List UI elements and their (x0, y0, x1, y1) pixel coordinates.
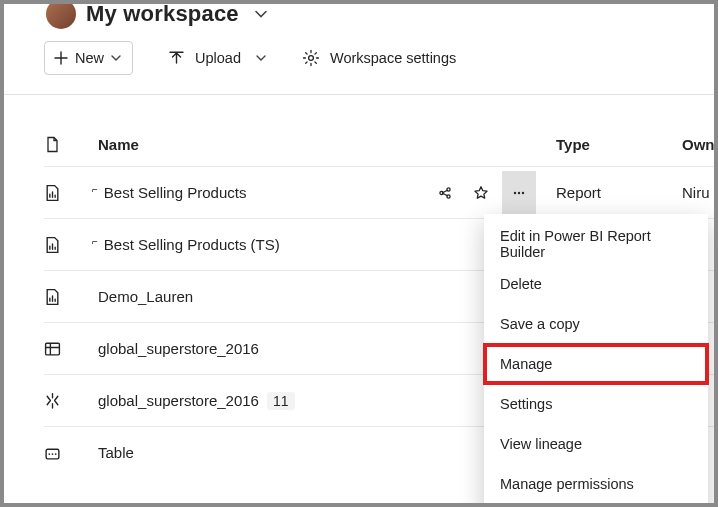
dataflow-icon (44, 392, 61, 409)
chevron-down-icon (110, 52, 122, 64)
item-name[interactable]: global_superstore_2016 (98, 340, 259, 357)
table-row[interactable]: ⌐Best Selling ProductsReportNiru (44, 166, 714, 218)
new-button-label: New (75, 50, 104, 66)
favorite-button[interactable] (466, 178, 496, 208)
type-cell: Report (536, 184, 682, 201)
menu-item-save-a-copy[interactable]: Save a copy (484, 304, 708, 344)
refresh-marker-icon: ⌐ (92, 236, 98, 247)
chevron-down-icon (255, 52, 267, 64)
upload-button[interactable]: Upload (168, 41, 267, 75)
item-name[interactable]: Table (98, 444, 134, 461)
menu-item-manage-permissions[interactable]: Manage permissions (484, 464, 708, 503)
gear-icon (302, 49, 320, 67)
share-button[interactable] (430, 178, 460, 208)
divider (4, 94, 714, 95)
new-button[interactable]: New (44, 41, 133, 75)
column-header-type[interactable]: Type (536, 136, 682, 153)
context-menu: Edit in Power BI Report BuilderDeleteSav… (484, 214, 708, 503)
item-name[interactable]: Best Selling Products (104, 184, 247, 201)
menu-item-view-lineage[interactable]: View lineage (484, 424, 708, 464)
count-chip: 11 (267, 392, 295, 410)
dataset-icon (44, 340, 61, 357)
item-name[interactable]: Best Selling Products (TS) (104, 236, 280, 253)
paginated-report-icon (44, 184, 61, 201)
workspace-settings-button[interactable]: Workspace settings (302, 41, 456, 75)
menu-item-delete[interactable]: Delete (484, 264, 708, 304)
column-header-owner[interactable]: Owner (682, 136, 714, 153)
upload-button-label: Upload (195, 50, 241, 66)
svg-point-0 (309, 56, 314, 61)
upload-icon (168, 50, 185, 67)
datamart-icon (44, 444, 61, 461)
more-options-button[interactable] (502, 171, 536, 215)
refresh-marker-icon: ⌐ (92, 184, 98, 195)
column-header-name[interactable]: Name (98, 136, 426, 153)
file-icon (44, 136, 61, 153)
workspace-avatar (46, 4, 76, 29)
owner-cell: Niru (682, 184, 714, 201)
paginated-report-icon (44, 236, 61, 253)
chevron-down-icon[interactable] (253, 6, 269, 22)
item-name[interactable]: Demo_Lauren (98, 288, 193, 305)
report-icon (44, 288, 61, 305)
menu-item-manage[interactable]: Manage (484, 344, 708, 384)
workspace-settings-label: Workspace settings (330, 50, 456, 66)
plus-icon (53, 50, 69, 66)
menu-item-settings[interactable]: Settings (484, 384, 708, 424)
item-name[interactable]: global_superstore_2016 (98, 392, 259, 409)
workspace-title: My workspace (86, 4, 239, 27)
menu-item-edit-in-power-bi-report-builder[interactable]: Edit in Power BI Report Builder (484, 224, 708, 264)
